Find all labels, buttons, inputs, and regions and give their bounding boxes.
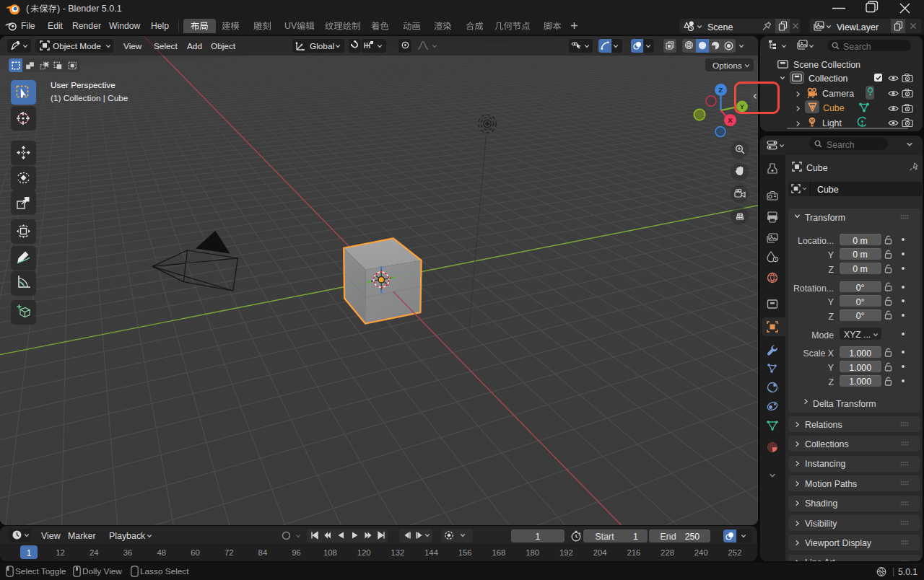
svg-text:Z: Z xyxy=(719,86,723,94)
svg-text:X: X xyxy=(728,116,733,124)
